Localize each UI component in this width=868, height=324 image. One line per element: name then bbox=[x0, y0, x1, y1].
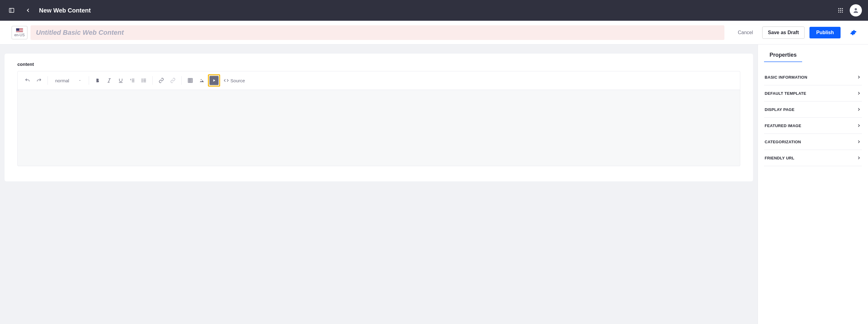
unordered-list-icon bbox=[141, 78, 147, 83]
topbar: New Web Content bbox=[0, 0, 868, 21]
unlink-icon bbox=[170, 78, 176, 83]
chevron-right-icon bbox=[857, 156, 861, 160]
source-button[interactable]: Source bbox=[221, 78, 248, 83]
chevron-right-icon bbox=[857, 107, 861, 112]
settings-button[interactable] bbox=[848, 27, 859, 38]
undo-button[interactable] bbox=[22, 75, 33, 86]
svg-line-14 bbox=[108, 78, 110, 82]
unlink-button[interactable] bbox=[167, 75, 178, 86]
svg-rect-25 bbox=[188, 78, 192, 83]
section-label: FEATURED IMAGE bbox=[765, 124, 801, 128]
locale-selector[interactable]: en-US bbox=[11, 26, 27, 39]
paragraph-style-select[interactable]: normal bbox=[51, 78, 86, 83]
section-basic-information[interactable]: BASIC INFORMATION bbox=[764, 69, 862, 85]
bold-button[interactable] bbox=[92, 75, 103, 86]
editor-card: content normal bbox=[5, 54, 753, 181]
cancel-button[interactable]: Cancel bbox=[734, 27, 757, 38]
apps-menu-button[interactable] bbox=[837, 7, 844, 14]
toolbar-separator bbox=[152, 76, 153, 85]
link-icon bbox=[159, 78, 164, 83]
italic-button[interactable] bbox=[104, 75, 115, 86]
flag-us-icon bbox=[16, 28, 23, 32]
user-icon bbox=[852, 7, 859, 14]
svg-point-2 bbox=[838, 8, 839, 9]
chevron-right-icon bbox=[857, 139, 861, 144]
properties-tabs: Properties bbox=[764, 48, 862, 63]
chevron-right-icon bbox=[857, 91, 861, 96]
svg-point-7 bbox=[842, 10, 843, 11]
svg-point-9 bbox=[840, 11, 841, 12]
chevron-left-icon bbox=[25, 7, 31, 13]
table-button[interactable] bbox=[185, 75, 196, 86]
caret-down-icon bbox=[79, 79, 82, 82]
source-label: Source bbox=[230, 78, 245, 83]
style-selected-label: normal bbox=[55, 78, 69, 83]
content-field-label: content bbox=[18, 62, 740, 67]
ordered-list-button[interactable] bbox=[127, 75, 138, 86]
italic-icon bbox=[106, 78, 112, 83]
video-play-icon bbox=[212, 78, 216, 83]
chevron-right-icon bbox=[857, 123, 861, 128]
section-friendly-url[interactable]: FRIENDLY URL bbox=[764, 150, 862, 166]
topbar-left: New Web Content bbox=[6, 5, 91, 16]
locale-code: en-US bbox=[14, 33, 25, 37]
section-default-template[interactable]: DEFAULT TEMPLATE bbox=[764, 85, 862, 101]
page-title: New Web Content bbox=[39, 7, 91, 14]
editor-column: content normal bbox=[0, 44, 757, 324]
image-button[interactable] bbox=[196, 75, 207, 86]
section-label: DEFAULT TEMPLATE bbox=[765, 91, 806, 96]
toolbar-separator bbox=[48, 76, 48, 85]
underline-button[interactable] bbox=[115, 75, 126, 86]
gear-icon bbox=[850, 29, 857, 36]
svg-point-11 bbox=[855, 8, 857, 10]
video-button-highlight bbox=[208, 74, 220, 87]
toolbar-separator bbox=[89, 76, 89, 85]
tab-properties[interactable]: Properties bbox=[764, 48, 802, 62]
svg-point-3 bbox=[840, 8, 841, 9]
svg-point-4 bbox=[842, 8, 843, 9]
panel-icon bbox=[8, 7, 14, 13]
grid-icon bbox=[838, 7, 844, 13]
image-icon bbox=[199, 78, 205, 83]
main-content: content normal bbox=[0, 44, 868, 324]
underline-icon bbox=[118, 78, 123, 83]
section-label: CATEGORIZATION bbox=[765, 139, 801, 144]
code-icon bbox=[224, 78, 229, 83]
user-avatar-button[interactable] bbox=[850, 4, 862, 17]
properties-panel: Properties BASIC INFORMATION DEFAULT TEM… bbox=[757, 44, 868, 324]
svg-point-24 bbox=[142, 82, 143, 82]
svg-point-8 bbox=[838, 11, 839, 12]
section-categorization[interactable]: CATEGORIZATION bbox=[764, 134, 862, 150]
link-button[interactable] bbox=[156, 75, 167, 86]
bold-icon bbox=[95, 78, 100, 83]
svg-point-30 bbox=[200, 79, 202, 80]
panel-toggle-button[interactable] bbox=[6, 5, 17, 16]
svg-point-10 bbox=[842, 11, 843, 12]
toolbar-separator bbox=[181, 76, 182, 85]
svg-point-23 bbox=[142, 80, 143, 81]
section-label: FRIENDLY URL bbox=[765, 156, 795, 160]
save-draft-button[interactable]: Save as Draft bbox=[762, 27, 805, 39]
title-input[interactable] bbox=[30, 25, 724, 40]
section-featured-image[interactable]: FEATURED IMAGE bbox=[764, 118, 862, 134]
section-label: DISPLAY PAGE bbox=[765, 107, 795, 112]
undo-icon bbox=[25, 78, 30, 83]
table-icon bbox=[187, 78, 193, 83]
action-bar: en-US Cancel Save as Draft Publish bbox=[0, 21, 868, 44]
editor-body[interactable] bbox=[18, 90, 740, 166]
back-button[interactable] bbox=[23, 5, 34, 16]
publish-button[interactable]: Publish bbox=[809, 27, 841, 38]
section-display-page[interactable]: DISPLAY PAGE bbox=[764, 101, 862, 118]
svg-point-6 bbox=[840, 10, 841, 11]
unordered-list-button[interactable] bbox=[138, 75, 149, 86]
action-buttons: Cancel Save as Draft Publish bbox=[734, 27, 859, 39]
video-button[interactable] bbox=[210, 76, 219, 85]
chevron-right-icon bbox=[857, 75, 861, 79]
editor-toolbar: normal Source bbox=[18, 71, 740, 90]
redo-button[interactable] bbox=[34, 75, 44, 86]
topbar-right bbox=[837, 4, 862, 17]
svg-point-22 bbox=[142, 79, 143, 79]
svg-rect-0 bbox=[9, 8, 14, 12]
redo-icon bbox=[36, 78, 42, 83]
svg-point-5 bbox=[838, 10, 839, 11]
